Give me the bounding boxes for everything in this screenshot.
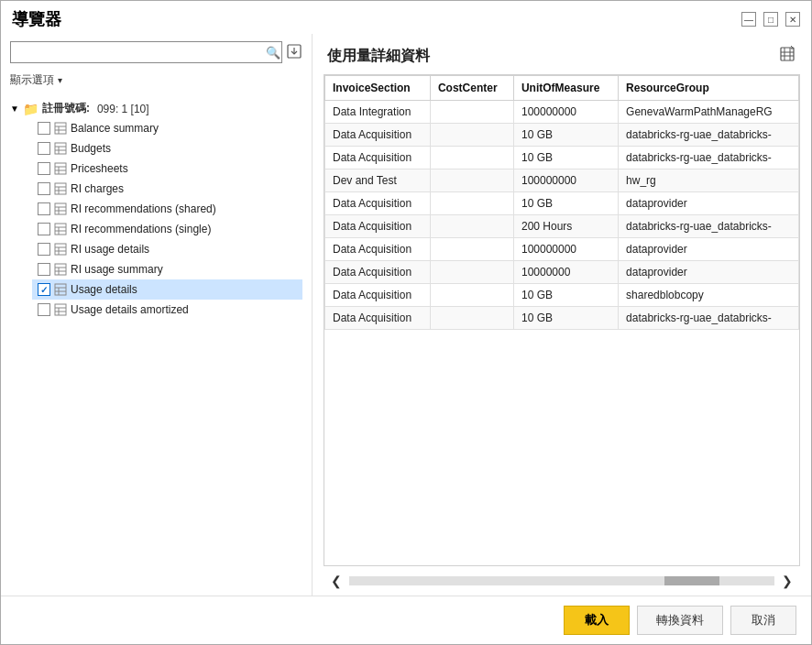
data-table: InvoiceSectionCostCenterUnitOfMeasureRes… xyxy=(324,75,799,330)
table-scrollbar-area: ❮ ❯ xyxy=(324,566,800,596)
scroll-left-button[interactable]: ❮ xyxy=(327,572,346,590)
col-header-unitofmeasure: UnitOfMeasure xyxy=(513,76,618,101)
maximize-button[interactable]: □ xyxy=(763,12,778,27)
checkbox-ri-recommendations-single[interactable] xyxy=(38,223,50,235)
col-header-resourcegroup: ResourceGroup xyxy=(619,76,799,101)
right-title: 使用量詳細資料 xyxy=(327,47,430,66)
table-cell-2-0: Data Acquisition xyxy=(325,147,431,169)
table-cell-2-3: databricks-rg-uae_databricks- xyxy=(619,147,799,169)
tree-item-label-ri-recommendations-single: RI recommendations (single) xyxy=(71,223,211,235)
checkbox-usage-details[interactable] xyxy=(38,283,50,296)
search-bar: 🔍 xyxy=(1,34,312,71)
checkbox-usage-details-amortized[interactable] xyxy=(38,303,50,316)
table-cell-0-0: Data Integration xyxy=(325,101,431,124)
table-row[interactable]: Data Acquisition10 GBsharedblobcopy xyxy=(325,284,799,307)
minimize-button[interactable]: — xyxy=(741,12,756,27)
svg-rect-42 xyxy=(781,48,794,60)
tree-items: Balance summary Budgets Pricesheets RI c… xyxy=(10,118,302,320)
table-cell-7-3: dataprovider xyxy=(619,261,799,284)
table-cell-0-2: 100000000 xyxy=(513,101,618,124)
table-row[interactable]: Data Integration100000000GenevaWarmPathM… xyxy=(325,101,799,124)
table-cell-3-2: 100000000 xyxy=(513,169,618,192)
svg-rect-30 xyxy=(55,264,66,275)
col-header-costcenter: CostCenter xyxy=(430,76,513,101)
svg-rect-2 xyxy=(55,123,66,134)
table-row[interactable]: Data Acquisition10 GBdatabricks-rg-uae_d… xyxy=(325,124,799,147)
table-cell-7-2: 10000000 xyxy=(513,261,618,284)
table-row[interactable]: Data Acquisition200 Hoursdatabricks-rg-u… xyxy=(325,215,799,238)
table-cell-0-1 xyxy=(430,101,513,124)
main-content: 🔍 顯示選項 ▾ ▼ xyxy=(1,34,811,596)
table-row[interactable]: Data Acquisition10 GBdatabricks-rg-uae_d… xyxy=(325,307,799,330)
table-cell-6-3: dataprovider xyxy=(619,238,799,261)
tree-item-ri-charges[interactable]: RI charges xyxy=(32,179,302,199)
svg-rect-6 xyxy=(55,143,66,154)
table-cell-7-0: Data Acquisition xyxy=(325,261,431,284)
checkbox-ri-charges[interactable] xyxy=(38,182,50,195)
svg-rect-38 xyxy=(55,304,66,315)
tree-item-label-usage-details: Usage details xyxy=(71,283,137,296)
table-icon-ri-usage-details xyxy=(54,243,67,256)
tree-item-label-usage-details-amortized: Usage details amortized xyxy=(71,303,189,316)
chevron-down-icon: ▾ xyxy=(58,75,62,85)
tree-item-ri-recommendations-single[interactable]: RI recommendations (single) xyxy=(32,219,302,239)
tree-item-balance-summary[interactable]: Balance summary xyxy=(32,118,302,138)
close-button[interactable]: ✕ xyxy=(785,12,800,27)
search-input[interactable] xyxy=(10,41,282,63)
tree-item-usage-details-amortized[interactable]: Usage details amortized xyxy=(32,300,302,320)
table-cell-4-2: 10 GB xyxy=(513,192,618,215)
table-row[interactable]: Dev and Test100000000hw_rg xyxy=(325,169,799,192)
checkbox-ri-recommendations-shared[interactable] xyxy=(38,202,50,215)
scroll-track[interactable] xyxy=(349,576,774,585)
search-icon-button[interactable]: 🔍 xyxy=(266,46,280,60)
folder-label: 註冊號碼: xyxy=(42,101,90,116)
tree-item-usage-details[interactable]: Usage details xyxy=(32,279,302,300)
checkbox-ri-usage-summary[interactable] xyxy=(38,263,50,276)
show-options-bar: 顯示選項 ▾ xyxy=(1,71,312,95)
table-cell-0-3: GenevaWarmPathManageRG xyxy=(619,101,799,124)
checkbox-budgets[interactable] xyxy=(38,142,50,155)
table-cell-3-1 xyxy=(430,169,513,192)
export-icon xyxy=(286,43,302,60)
checkbox-ri-usage-details[interactable] xyxy=(38,243,50,256)
tree-folder[interactable]: ▼ 📁 註冊號碼: 099: 1 [10] xyxy=(10,99,302,118)
show-options-button[interactable]: 顯示選項 ▾ xyxy=(10,72,62,88)
export-data-button[interactable] xyxy=(778,45,796,67)
svg-rect-34 xyxy=(55,284,66,295)
tree-item-pricesheets[interactable]: Pricesheets xyxy=(32,159,302,179)
window-title: 導覽器 xyxy=(12,8,61,30)
table-cell-5-0: Data Acquisition xyxy=(325,215,431,238)
table-cell-8-1 xyxy=(430,284,513,307)
table-row[interactable]: Data Acquisition10 GBdataprovider xyxy=(325,192,799,215)
table-cell-2-2: 10 GB xyxy=(513,147,618,169)
data-table-wrap: InvoiceSectionCostCenterUnitOfMeasureRes… xyxy=(324,74,800,566)
table-cell-5-2: 200 Hours xyxy=(513,215,618,238)
checkbox-pricesheets[interactable] xyxy=(38,162,50,175)
main-window: 導覽器 — □ ✕ 🔍 xyxy=(0,0,812,645)
table-row[interactable]: Data Acquisition10 GBdatabricks-rg-uae_d… xyxy=(325,147,799,169)
load-button[interactable]: 載入 xyxy=(564,606,630,635)
svg-rect-22 xyxy=(55,224,66,235)
folder-meta: 099: 1 [10] xyxy=(97,103,149,115)
scroll-thumb[interactable] xyxy=(664,576,719,585)
tree-item-ri-usage-details[interactable]: RI usage details xyxy=(32,239,302,259)
show-options-label: 顯示選項 xyxy=(10,72,54,88)
table-cell-7-1 xyxy=(430,261,513,284)
scroll-right-button[interactable]: ❯ xyxy=(778,572,796,590)
tree-item-label-ri-charges: RI charges xyxy=(71,182,124,195)
table-row[interactable]: Data Acquisition100000000dataprovider xyxy=(325,238,799,261)
table-cell-8-0: Data Acquisition xyxy=(325,284,431,307)
bottom-bar: 載入 轉換資料 取消 xyxy=(1,596,811,644)
tree-item-label-ri-recommendations-shared: RI recommendations (shared) xyxy=(71,202,216,215)
tree-item-label-ri-usage-details: RI usage details xyxy=(71,243,149,256)
cancel-button[interactable]: 取消 xyxy=(730,606,796,635)
table-row[interactable]: Data Acquisition10000000dataprovider xyxy=(325,261,799,284)
action-icon-button[interactable] xyxy=(286,43,302,62)
checkbox-balance-summary[interactable] xyxy=(38,122,50,135)
table-icon-usage-details xyxy=(54,283,67,296)
tree-item-budgets[interactable]: Budgets xyxy=(32,138,302,159)
tree-item-ri-recommendations-shared[interactable]: RI recommendations (shared) xyxy=(32,199,302,219)
tree-item-ri-usage-summary[interactable]: RI usage summary xyxy=(32,259,302,279)
transform-button[interactable]: 轉換資料 xyxy=(637,606,723,635)
tree-item-label-ri-usage-summary: RI usage summary xyxy=(71,263,163,276)
